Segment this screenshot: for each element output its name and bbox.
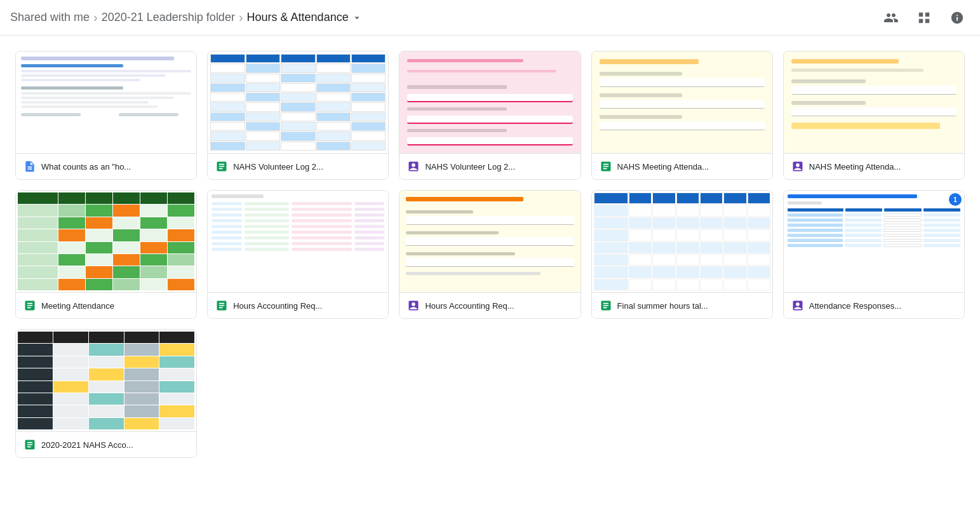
grid-view-button[interactable]	[911, 5, 937, 30]
file-card[interactable]: 1 Attendance Responses...	[783, 190, 965, 319]
sheets-type-icon	[23, 299, 36, 312]
file-thumbnail	[784, 51, 964, 153]
forms-type-icon	[407, 299, 420, 312]
file-card[interactable]: Hours Accounting Req...	[207, 190, 389, 319]
file-thumbnail	[16, 51, 196, 153]
file-thumbnail	[399, 51, 580, 153]
sheets-type-icon	[215, 299, 228, 312]
breadcrumb: Shared with me › 2020-21 Leadership fold…	[10, 10, 878, 25]
file-thumbnail	[16, 191, 196, 292]
forms-type-icon	[407, 160, 420, 173]
chevron-down-icon[interactable]	[351, 12, 363, 24]
file-card-footer: Final summer hours tal...	[592, 292, 772, 318]
forms-type-icon	[791, 299, 804, 312]
file-name: NAHS Volunteer Log 2...	[425, 162, 572, 172]
file-name: Final summer hours tal...	[617, 301, 765, 311]
file-name: Meeting Attendance	[41, 301, 189, 311]
manage-people-button[interactable]	[878, 5, 904, 30]
breadcrumb-current-label: Hours & Attendance	[247, 11, 349, 24]
sheets-type-icon	[23, 438, 36, 451]
file-card[interactable]: NAHS Meeting Attenda...	[591, 51, 773, 180]
file-thumbnail	[399, 191, 580, 292]
file-name: Hours Accounting Req...	[425, 301, 572, 311]
file-card[interactable]: Final summer hours tal...	[591, 190, 773, 319]
header-actions	[878, 5, 970, 30]
breadcrumb-leadership[interactable]: 2020-21 Leadership folder	[102, 11, 235, 24]
file-thumbnail	[592, 51, 772, 153]
file-name: Attendance Responses...	[809, 301, 957, 311]
file-name: NAHS Meeting Attenda...	[809, 162, 957, 172]
file-card[interactable]: Hours Accounting Req...	[399, 190, 581, 319]
file-thumbnail	[208, 51, 388, 153]
file-card-footer: NAHS Meeting Attenda...	[592, 153, 772, 179]
file-card-footer: Meeting Attendance	[16, 292, 196, 318]
file-name: NAHS Meeting Attenda...	[617, 162, 765, 172]
file-card-footer: NAHS Volunteer Log 2...	[399, 153, 580, 179]
file-card[interactable]: NAHS Meeting Attenda...	[783, 51, 965, 180]
info-button[interactable]	[944, 5, 970, 30]
file-card-footer: What counts as an "ho...	[16, 153, 196, 179]
info-icon	[950, 11, 964, 25]
file-card-footer: Hours Accounting Req...	[399, 292, 580, 318]
sheets-type-icon	[600, 160, 612, 173]
grid-icon	[917, 11, 931, 25]
file-card[interactable]: 2020-2021 NAHS Acco...	[15, 329, 197, 458]
file-thumbnail	[16, 330, 196, 431]
file-name: NAHS Volunteer Log 2...	[233, 162, 380, 172]
file-card[interactable]: Meeting Attendance	[15, 190, 197, 319]
file-name: What counts as an "ho...	[41, 162, 189, 172]
file-thumbnail: 1	[784, 191, 964, 292]
breadcrumb-sep-1: ›	[93, 10, 98, 25]
docs-type-icon	[23, 160, 36, 173]
people-icon	[883, 10, 899, 25]
file-grid: What counts as an "ho... NAHS Volunteer …	[0, 36, 980, 473]
sheets-type-icon	[215, 160, 228, 173]
breadcrumb-shared[interactable]: Shared with me	[10, 11, 90, 24]
file-card[interactable]: What counts as an "ho...	[15, 51, 197, 180]
header: Shared with me › 2020-21 Leadership fold…	[0, 0, 980, 36]
file-card-footer: Hours Accounting Req...	[208, 292, 388, 318]
file-card-footer: Attendance Responses...	[784, 292, 964, 318]
breadcrumb-sep-2: ›	[239, 10, 243, 25]
file-thumbnail	[208, 191, 388, 292]
file-card[interactable]: NAHS Volunteer Log 2...	[399, 51, 581, 180]
breadcrumb-current: Hours & Attendance	[247, 11, 363, 24]
forms-type-icon	[791, 160, 804, 173]
file-card-footer: NAHS Meeting Attenda...	[784, 153, 964, 179]
file-grid-container: What counts as an "ho... NAHS Volunteer …	[0, 36, 980, 473]
file-card-footer: NAHS Volunteer Log 2...	[208, 153, 388, 179]
sheets-type-icon	[600, 299, 612, 312]
file-card-footer: 2020-2021 NAHS Acco...	[16, 431, 196, 457]
file-name: 2020-2021 NAHS Acco...	[41, 440, 189, 450]
file-name: Hours Accounting Req...	[233, 301, 380, 311]
file-card[interactable]: NAHS Volunteer Log 2...	[207, 51, 389, 180]
file-thumbnail	[592, 191, 772, 292]
